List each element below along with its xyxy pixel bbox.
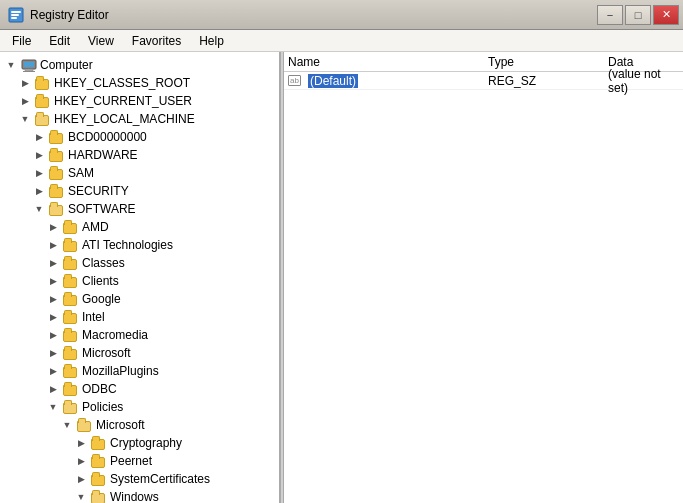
tree-item-systemcerts[interactable]: ▶ SystemCertificates bbox=[0, 470, 279, 488]
tree-item-bcd[interactable]: ▶ BCD00000000 bbox=[0, 128, 279, 146]
expand-hkcu[interactable]: ▶ bbox=[18, 94, 32, 108]
tree-item-ati[interactable]: ▶ ATI Technologies bbox=[0, 236, 279, 254]
folder-windows-icon bbox=[91, 490, 107, 503]
folder-macromedia-icon bbox=[63, 328, 79, 342]
expand-windows[interactable]: ▼ bbox=[74, 490, 88, 503]
tree-item-hkcr[interactable]: ▶ HKEY_CLASSES_ROOT bbox=[0, 74, 279, 92]
tree-item-google[interactable]: ▶ Google bbox=[0, 290, 279, 308]
expand-classes[interactable]: ▶ bbox=[46, 256, 60, 270]
microsoft-sw-label: Microsoft bbox=[82, 346, 131, 360]
pol-microsoft-label: Microsoft bbox=[96, 418, 145, 432]
expand-mozillaplugins[interactable]: ▶ bbox=[46, 364, 60, 378]
expand-software[interactable]: ▼ bbox=[32, 202, 46, 216]
expand-intel[interactable]: ▶ bbox=[46, 310, 60, 324]
main-content: ▼ Computer ▶ HKEY_CLASSES_ROOT bbox=[0, 52, 683, 503]
tree-item-policies[interactable]: ▼ Policies bbox=[0, 398, 279, 416]
row-name-value: (Default) bbox=[308, 74, 358, 88]
folder-hkcr-icon bbox=[35, 76, 51, 90]
policies-label: Policies bbox=[82, 400, 123, 414]
folder-policies-icon bbox=[63, 400, 79, 414]
expand-hklm[interactable]: ▼ bbox=[18, 112, 32, 126]
hkcu-label: HKEY_CURRENT_USER bbox=[54, 94, 192, 108]
tree-item-hardware[interactable]: ▶ HARDWARE bbox=[0, 146, 279, 164]
folder-security-icon bbox=[49, 184, 65, 198]
folder-systemcerts-icon bbox=[91, 472, 107, 486]
menu-file[interactable]: File bbox=[4, 32, 39, 50]
folder-clients-icon bbox=[63, 274, 79, 288]
maximize-button[interactable]: □ bbox=[625, 5, 651, 25]
expand-cryptography[interactable]: ▶ bbox=[74, 436, 88, 450]
software-label: SOFTWARE bbox=[68, 202, 136, 216]
tree-item-software[interactable]: ▼ SOFTWARE bbox=[0, 200, 279, 218]
tree-item-microsoft-sw[interactable]: ▶ Microsoft bbox=[0, 344, 279, 362]
clients-label: Clients bbox=[82, 274, 119, 288]
google-label: Google bbox=[82, 292, 121, 306]
tree-item-peernet[interactable]: ▶ Peernet bbox=[0, 452, 279, 470]
tree-item-pol-microsoft[interactable]: ▼ Microsoft bbox=[0, 416, 279, 434]
expand-macromedia[interactable]: ▶ bbox=[46, 328, 60, 342]
expand-policies[interactable]: ▼ bbox=[46, 400, 60, 414]
sam-label: SAM bbox=[68, 166, 94, 180]
tree-item-computer[interactable]: ▼ Computer bbox=[0, 56, 279, 74]
expand-amd[interactable]: ▶ bbox=[46, 220, 60, 234]
tree-item-mozillaplugins[interactable]: ▶ MozillaPlugins bbox=[0, 362, 279, 380]
close-button[interactable]: ✕ bbox=[653, 5, 679, 25]
expand-bcd[interactable]: ▶ bbox=[32, 130, 46, 144]
title-controls: − □ ✕ bbox=[597, 5, 679, 25]
menu-view[interactable]: View bbox=[80, 32, 122, 50]
menu-help[interactable]: Help bbox=[191, 32, 232, 50]
minimize-button[interactable]: − bbox=[597, 5, 623, 25]
svg-rect-3 bbox=[11, 17, 17, 19]
folder-amd-icon bbox=[63, 220, 79, 234]
peernet-label: Peernet bbox=[110, 454, 152, 468]
folder-peernet-icon bbox=[91, 454, 107, 468]
title-bar-left: Registry Editor bbox=[8, 7, 109, 23]
reg-value-icon: ab bbox=[288, 75, 304, 87]
intel-label: Intel bbox=[82, 310, 105, 324]
tree-root: ▼ Computer ▶ HKEY_CLASSES_ROOT bbox=[0, 52, 279, 503]
menu-edit[interactable]: Edit bbox=[41, 32, 78, 50]
tree-item-amd[interactable]: ▶ AMD bbox=[0, 218, 279, 236]
expand-hardware[interactable]: ▶ bbox=[32, 148, 46, 162]
expand-microsoft-sw[interactable]: ▶ bbox=[46, 346, 60, 360]
mozillaplugins-label: MozillaPlugins bbox=[82, 364, 159, 378]
bcd-label: BCD00000000 bbox=[68, 130, 147, 144]
folder-hardware-icon bbox=[49, 148, 65, 162]
window-title: Registry Editor bbox=[30, 8, 109, 22]
folder-pol-microsoft-icon bbox=[77, 418, 93, 432]
tree-item-odbc[interactable]: ▶ ODBC bbox=[0, 380, 279, 398]
folder-classes-icon bbox=[63, 256, 79, 270]
hklm-label: HKEY_LOCAL_MACHINE bbox=[54, 112, 195, 126]
folder-ati-icon bbox=[63, 238, 79, 252]
expand-security[interactable]: ▶ bbox=[32, 184, 46, 198]
folder-cryptography-icon bbox=[91, 436, 107, 450]
tree-item-cryptography[interactable]: ▶ Cryptography bbox=[0, 434, 279, 452]
tree-item-intel[interactable]: ▶ Intel bbox=[0, 308, 279, 326]
tree-item-classes[interactable]: ▶ Classes bbox=[0, 254, 279, 272]
security-label: SECURITY bbox=[68, 184, 129, 198]
tree-item-hkcu[interactable]: ▶ HKEY_CURRENT_USER bbox=[0, 92, 279, 110]
folder-intel-icon bbox=[63, 310, 79, 324]
tree-item-security[interactable]: ▶ SECURITY bbox=[0, 182, 279, 200]
expand-hkcr[interactable]: ▶ bbox=[18, 76, 32, 90]
expand-systemcerts[interactable]: ▶ bbox=[74, 472, 88, 486]
expand-pol-microsoft[interactable]: ▼ bbox=[60, 418, 74, 432]
expand-computer[interactable]: ▼ bbox=[4, 58, 18, 72]
menu-favorites[interactable]: Favorites bbox=[124, 32, 189, 50]
tree-item-clients[interactable]: ▶ Clients bbox=[0, 272, 279, 290]
expand-sam[interactable]: ▶ bbox=[32, 166, 46, 180]
expand-clients[interactable]: ▶ bbox=[46, 274, 60, 288]
expand-google[interactable]: ▶ bbox=[46, 292, 60, 306]
expand-odbc[interactable]: ▶ bbox=[46, 382, 60, 396]
tree-item-windows[interactable]: ▼ Windows bbox=[0, 488, 279, 503]
folder-bcd-icon bbox=[49, 130, 65, 144]
tree-item-sam[interactable]: ▶ SAM bbox=[0, 164, 279, 182]
tree-item-macromedia[interactable]: ▶ Macromedia bbox=[0, 326, 279, 344]
details-row-default[interactable]: ab (Default) REG_SZ (value not set) bbox=[284, 72, 683, 90]
tree-item-hklm[interactable]: ▼ HKEY_LOCAL_MACHINE bbox=[0, 110, 279, 128]
tree-panel[interactable]: ▼ Computer ▶ HKEY_CLASSES_ROOT bbox=[0, 52, 280, 503]
ab-icon: ab bbox=[288, 75, 301, 86]
expand-peernet[interactable]: ▶ bbox=[74, 454, 88, 468]
expand-ati[interactable]: ▶ bbox=[46, 238, 60, 252]
computer-icon bbox=[21, 58, 37, 72]
